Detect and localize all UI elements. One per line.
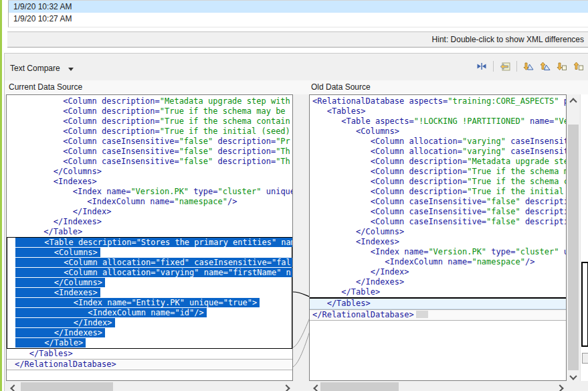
next-change-glyph <box>556 61 568 72</box>
code-line[interactable]: <Indexes> <box>7 288 292 298</box>
code-line[interactable]: <Column allocation="varying" caseInsensi… <box>310 137 566 147</box>
code-line[interactable]: <Columns> <box>310 127 566 137</box>
code-line[interactable]: </Index> <box>7 318 292 328</box>
code-line[interactable]: <Indexes> <box>7 177 292 187</box>
code-line[interactable]: <Column description="True if the initial… <box>7 127 292 137</box>
code-line[interactable]: <Column description="True if the schema … <box>7 106 292 116</box>
toolbar-separator <box>516 61 517 72</box>
code-line[interactable]: <Column description="True if the initial… <box>310 187 566 197</box>
left-hscroll-thumb[interactable] <box>21 382 113 391</box>
old-data-source-editor[interactable]: <RelationalDatabase aspects="training:CO… <box>309 94 567 381</box>
next-difference-icon[interactable] <box>521 60 536 72</box>
previous-change-icon[interactable] <box>571 60 586 72</box>
code-line[interactable]: </Indexes> <box>7 217 292 227</box>
compare-toolbar: Text Compare <box>5 54 588 81</box>
scroll-up-arrow[interactable] <box>571 97 577 104</box>
previous-change-glyph <box>573 61 585 72</box>
code-line[interactable]: <Table aspects="!LOCKING !PARTITIONED" n… <box>310 116 566 127</box>
code-line[interactable]: </Table> <box>310 287 566 297</box>
code-line[interactable]: <Column description="True if the schema … <box>310 177 566 187</box>
code-line[interactable]: <Columns> <box>7 248 292 258</box>
swap-left-right-icon[interactable] <box>474 60 489 72</box>
hint-bar: Hint: Double-click to show XML differenc… <box>7 31 588 48</box>
code-line[interactable]: </Indexes> <box>7 328 292 338</box>
code-line[interactable]: </Tables> <box>310 297 566 309</box>
code-line[interactable]: <Column description="True if the schema … <box>7 116 292 127</box>
scroll-right-arrow[interactable] <box>556 384 564 390</box>
left-horizontal-scrollbar[interactable] <box>6 382 293 391</box>
overview-current-change-marker[interactable] <box>581 262 588 347</box>
code-line[interactable]: <Column description="Metadata upgrade st… <box>7 96 292 106</box>
code-line[interactable]: <IndexColumn name="namespace"/> <box>310 257 566 267</box>
swap-left-right-glyph <box>476 61 488 72</box>
right-pane-title: Old Data Source <box>311 80 371 94</box>
code-line[interactable]: <Index name="Entity.PK" unique="true"> <box>7 298 292 308</box>
code-line[interactable]: <Column caseInsensitive="false" descript… <box>7 157 292 167</box>
empty-selection-chip <box>416 311 428 318</box>
compare-mode-dropdown[interactable]: Text Compare <box>10 63 74 75</box>
code-line[interactable]: <RelationalDatabase aspects="training:CO… <box>310 96 566 106</box>
copy-all-glyph <box>499 61 511 72</box>
toolbar-icons <box>474 60 586 72</box>
code-line[interactable]: </Columns> <box>7 167 292 177</box>
current-data-source-editor[interactable]: <Column description="Metadata upgrade st… <box>6 94 293 381</box>
code-line[interactable]: </RelationalDatabase> <box>310 309 566 321</box>
history-row[interactable]: 1/9/20 10:27 AM <box>9 13 588 25</box>
hint-text: Hint: Double-click to show XML differenc… <box>432 35 584 44</box>
code-line[interactable]: <Column caseInsensitive="false" descript… <box>310 197 566 207</box>
previous-difference-glyph <box>539 61 551 72</box>
next-difference-glyph <box>522 61 534 72</box>
code-line[interactable]: </Columns> <box>7 278 292 288</box>
history-row[interactable]: 1/9/20 10:32 AM <box>9 1 588 13</box>
next-change-icon[interactable] <box>555 60 569 72</box>
code-line[interactable]: <IndexColumn name="namespace"/> <box>7 197 292 207</box>
code-line[interactable]: </RelationalDatabase> <box>7 359 292 370</box>
code-line[interactable]: <Tables> <box>310 106 566 116</box>
revision-history-list: 1/9/20 10:32 AM1/9/20 10:27 AM <box>8 0 588 27</box>
code-line[interactable]: </Index> <box>7 207 292 217</box>
code-line[interactable]: </Table> <box>7 338 292 348</box>
compare-editor: Text Compare <box>4 53 588 391</box>
code-line[interactable]: <Column description="Metadata upgrade st… <box>310 157 566 167</box>
right-horizontal-scrollbar[interactable] <box>309 382 567 391</box>
scroll-left-arrow[interactable] <box>10 384 18 390</box>
compare-mode-label: Text Compare <box>10 64 60 73</box>
code-line[interactable]: </Columns> <box>310 227 566 237</box>
code-line[interactable]: <Column description="True if the schema … <box>310 167 566 177</box>
old-data-source-pane: <RelationalDatabase aspects="training:CO… <box>309 94 567 391</box>
code-line[interactable]: </Table> <box>7 227 292 237</box>
current-data-source-pane: <Column description="Metadata upgrade st… <box>6 94 293 391</box>
copy-all-right-to-left-icon[interactable] <box>498 60 512 72</box>
previous-difference-icon[interactable] <box>538 60 553 72</box>
code-line[interactable]: <Indexes> <box>310 237 566 247</box>
vscroll-thumb[interactable] <box>568 125 579 370</box>
code-line[interactable]: </Index> <box>310 267 566 277</box>
window-accent-border <box>0 0 2 391</box>
scroll-right-arrow[interactable] <box>282 384 290 390</box>
code-line[interactable]: <Column caseInsensitive="false" descript… <box>7 147 292 157</box>
code-line[interactable]: <Table description="Stores the primary e… <box>7 238 292 248</box>
selected-diff-block[interactable]: <Table description="Stores the primary e… <box>7 237 292 349</box>
code-line[interactable]: <Column caseInsensitive="false" descript… <box>7 137 292 147</box>
right-hscroll-thumb[interactable] <box>320 382 399 391</box>
overview-change-marker[interactable] <box>582 353 588 364</box>
pane-headers: Current Data Source Old Data Source <box>5 80 588 94</box>
code-line[interactable]: <Column allocation="varying" name="first… <box>7 268 292 278</box>
vertical-scrollbar[interactable] <box>567 94 579 381</box>
code-line[interactable]: <Column allocation="fixed" caseInsensiti… <box>7 258 292 268</box>
scroll-down-arrow[interactable] <box>571 372 577 378</box>
code-line[interactable]: <Index name="Version.PK" type="cluster" … <box>7 187 292 197</box>
toolbar-separator <box>493 61 494 72</box>
code-line[interactable]: <Index name="Version.PK" type="cluster" … <box>310 247 566 257</box>
code-line[interactable]: <Column caseInsensitive="false" descript… <box>310 207 566 217</box>
code-line[interactable]: </Indexes> <box>310 277 566 287</box>
diff-overview-ruler <box>580 94 588 381</box>
code-line[interactable]: <IndexColumn name="id"/> <box>7 308 292 318</box>
code-line[interactable]: <Column caseInsensitive="false" descript… <box>310 217 566 227</box>
left-pane-title: Current Data Source <box>9 80 82 94</box>
chevron-down-icon <box>68 68 74 71</box>
code-line[interactable]: </Tables> <box>7 349 292 359</box>
code-line[interactable]: <Column allocation="varying" caseInsensi… <box>310 147 566 157</box>
